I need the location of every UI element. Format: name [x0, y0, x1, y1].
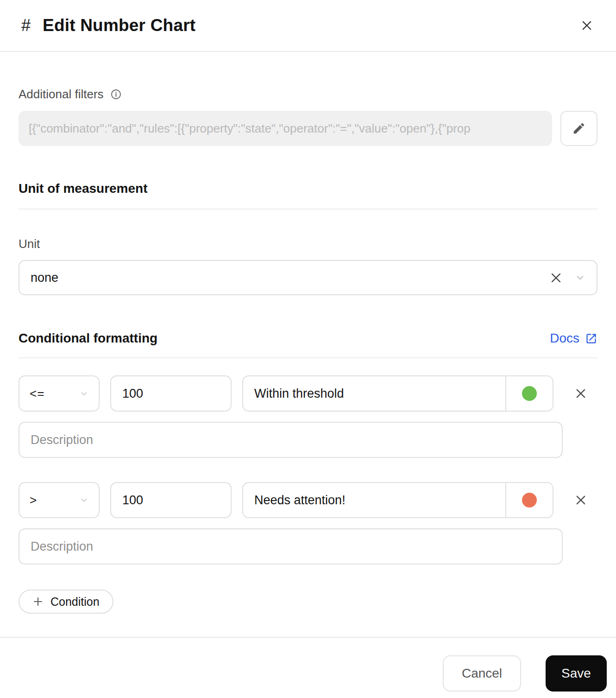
condition-operator-select[interactable]: >	[19, 482, 100, 518]
close-button[interactable]	[577, 16, 597, 35]
dialog-footer: Cancel Save	[0, 637, 616, 698]
condition-row-1: <=	[19, 375, 597, 412]
chevron-down-icon	[80, 389, 88, 398]
condition-label-input[interactable]	[243, 376, 505, 411]
condition-operator-select[interactable]: <=	[19, 375, 100, 412]
clear-icon[interactable]	[549, 271, 563, 285]
condition-color-swatch[interactable]	[506, 376, 553, 411]
condition-label-group	[242, 482, 553, 518]
dialog-header: # Edit Number Chart	[0, 0, 616, 52]
additional-filters-label-row: Additional filters	[19, 87, 597, 102]
additional-filters-row	[19, 111, 597, 146]
chevron-down-icon[interactable]	[575, 273, 585, 283]
unit-label: Unit	[19, 237, 597, 251]
pencil-icon	[572, 121, 586, 135]
number-hash-icon: #	[21, 16, 31, 35]
additional-filters-label: Additional filters	[19, 87, 104, 102]
close-icon	[574, 387, 587, 400]
color-dot-green	[522, 386, 537, 401]
operator-value: <=	[30, 387, 44, 401]
docs-link[interactable]: Docs	[550, 331, 597, 346]
unit-select-controls	[549, 271, 585, 285]
plus-icon	[32, 596, 44, 607]
cancel-button[interactable]: Cancel	[443, 655, 521, 692]
conditional-formatting-heading: Conditional formatting	[19, 331, 157, 346]
operator-value: >	[30, 493, 37, 508]
condition-value-input[interactable]	[110, 375, 232, 412]
dialog-body: Additional filters Unit of measurement U…	[0, 52, 616, 614]
chevron-down-icon	[80, 496, 88, 505]
docs-link-label: Docs	[550, 331, 579, 346]
condition-label-group	[242, 375, 553, 412]
dialog-title: Edit Number Chart	[43, 16, 195, 35]
remove-condition-button[interactable]	[564, 384, 597, 403]
unit-select[interactable]: none	[19, 260, 597, 295]
dialog-title-group: # Edit Number Chart	[21, 16, 195, 35]
info-icon	[110, 89, 122, 100]
external-link-icon	[585, 332, 597, 345]
condition-label-input[interactable]	[243, 483, 505, 517]
add-condition-label: Condition	[50, 595, 100, 609]
close-icon	[580, 19, 594, 32]
condition-color-swatch[interactable]	[506, 483, 553, 517]
edit-number-chart-dialog: # Edit Number Chart Additional filters U…	[0, 0, 616, 698]
condition-row-2: >	[19, 482, 597, 518]
close-icon	[574, 494, 587, 507]
unit-section-heading: Unit of measurement	[19, 181, 597, 196]
section-divider	[19, 209, 597, 209]
condition-description-input[interactable]	[19, 528, 563, 565]
condition-description-input[interactable]	[19, 422, 563, 458]
save-button[interactable]: Save	[546, 655, 607, 692]
add-condition-button[interactable]: Condition	[19, 590, 113, 614]
edit-filters-button[interactable]	[560, 111, 597, 146]
color-dot-orange	[522, 493, 537, 508]
additional-filters-input[interactable]	[19, 111, 552, 146]
condition-value-input[interactable]	[110, 482, 232, 518]
remove-condition-button[interactable]	[564, 491, 597, 509]
conditional-formatting-heading-row: Conditional formatting Docs	[19, 331, 597, 346]
unit-select-value: none	[31, 271, 58, 285]
section-divider	[19, 357, 597, 358]
